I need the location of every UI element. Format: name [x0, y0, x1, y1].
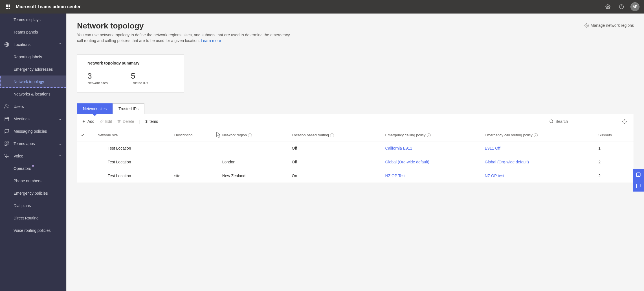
nav-label: Users	[14, 104, 62, 109]
notification-dot	[32, 165, 34, 167]
sidebar-item-teams-displays[interactable]: Teams displays	[0, 14, 66, 26]
info-panel-button[interactable]	[633, 169, 644, 180]
help-button[interactable]	[617, 2, 626, 11]
tab-network-sites[interactable]: Network sites	[77, 103, 113, 114]
cell-description: site	[171, 169, 219, 183]
apps-icon	[4, 141, 10, 146]
cell-lbr: On	[289, 169, 382, 183]
feedback-button[interactable]	[633, 180, 644, 192]
nav-label: Network topology	[14, 79, 62, 84]
sidebar-item-direct-routing[interactable]: Direct Routing	[0, 212, 66, 224]
app-title: Microsoft Teams admin center	[16, 4, 81, 9]
sidebar-item-messaging-policies[interactable]: Messaging policies	[0, 125, 66, 137]
settings-button[interactable]	[603, 2, 612, 11]
cell-emergency-call-routing-policy[interactable]: E911 Off	[482, 141, 595, 155]
nav-label: Emergency policies	[14, 191, 62, 196]
sidebar-item-teams-apps[interactable]: Teams apps⌄	[0, 137, 66, 150]
table-row[interactable]: Test LocationsiteNew ZealandOnNZ OP Test…	[77, 169, 634, 183]
tabs: Network sitesTrusted IPs	[77, 103, 634, 114]
sidebar-item-voice-routing-policies[interactable]: Voice routing policies	[0, 224, 66, 237]
summary-title: Network topology summary	[87, 61, 174, 65]
sidebar-item-operators[interactable]: Operators	[0, 162, 66, 175]
svg-point-5	[5, 105, 7, 106]
nav-label: Reporting labels	[14, 55, 62, 59]
nav-label: Teams panels	[14, 30, 62, 34]
nav-label: Dial plans	[14, 203, 62, 208]
chat-icon	[636, 183, 641, 188]
search-box[interactable]	[547, 117, 617, 126]
waffle-icon	[6, 5, 10, 9]
cell-emergency-call-routing-policy[interactable]: NZ OP test	[482, 169, 595, 183]
edit-button[interactable]: Edit	[100, 119, 112, 124]
sidebar: Teams displaysTeams panelsLocations⌃Repo…	[0, 14, 67, 291]
sidebar-item-emergency-policies[interactable]: Emergency policies	[0, 187, 66, 199]
sidebar-item-networks-locations[interactable]: Networks & locations	[0, 88, 66, 100]
tab-trusted-ips[interactable]: Trusted IPs	[113, 103, 144, 114]
cell-emergency-calling-policy[interactable]: NZ OP Test	[382, 169, 482, 183]
cell-site[interactable]: Test Location	[94, 141, 171, 155]
row-select[interactable]	[77, 155, 94, 169]
info-icon[interactable]: i	[427, 133, 431, 137]
learn-more-link[interactable]: Learn more	[201, 38, 221, 43]
select-all-column[interactable]	[77, 129, 94, 141]
sidebar-item-phone-numbers[interactable]: Phone numbers	[0, 175, 66, 187]
summary-card: Network topology summary 3Network sites5…	[77, 54, 184, 93]
cell-region: London	[219, 155, 289, 169]
sidebar-item-voice[interactable]: Voice⌃	[0, 150, 66, 162]
chevron-up-icon: ⌃	[58, 154, 62, 158]
sidebar-item-dial-plans[interactable]: Dial plans	[0, 199, 66, 212]
cell-lbr: Off	[289, 155, 382, 169]
info-icon[interactable]: i	[330, 133, 334, 137]
col-location-based-routing[interactable]: Location based routingi	[289, 129, 382, 141]
row-select[interactable]	[77, 141, 94, 155]
row-select[interactable]	[77, 169, 94, 183]
cell-site[interactable]: Test Location	[94, 155, 171, 169]
cell-emergency-calling-policy[interactable]: Global (Org-wide default)	[382, 155, 482, 169]
chevron-up-icon: ⌃	[58, 42, 62, 47]
search-input[interactable]	[555, 119, 615, 124]
col-description[interactable]: Description	[171, 129, 219, 141]
avatar[interactable]: AP	[630, 2, 639, 11]
sidebar-item-locations[interactable]: Locations⌃	[0, 38, 66, 51]
sidebar-item-teams-panels[interactable]: Teams panels	[0, 26, 66, 38]
chevron-down-icon: ⌄	[58, 141, 62, 146]
svg-rect-12	[5, 144, 6, 146]
nav-label: Teams apps	[14, 141, 58, 146]
page-title: Network topology	[77, 21, 144, 30]
nav-label: Voice	[14, 154, 58, 158]
cell-emergency-calling-policy[interactable]: California E911	[382, 141, 482, 155]
col-emergency-calling-policy[interactable]: Emergency calling policyi	[382, 129, 482, 141]
add-button[interactable]: Add	[82, 119, 94, 124]
manage-network-regions-link[interactable]: Manage network regions	[584, 21, 634, 28]
sidebar-item-emergency-addresses[interactable]: Emergency addresses	[0, 63, 66, 75]
main-content: Network topology Manage network regions …	[67, 14, 644, 291]
col-network-region[interactable]: Network regioni	[219, 129, 289, 141]
col-network-site[interactable]: Network site↓	[94, 129, 171, 141]
svg-point-15	[586, 25, 587, 26]
sidebar-item-users[interactable]: Users	[0, 100, 66, 113]
col-subnets[interactable]: Subnets	[595, 129, 634, 141]
table-row[interactable]: Test LocationLondonOffGlobal (Org-wide d…	[77, 155, 634, 169]
sidebar-item-network-topology[interactable]: Network topology	[0, 75, 66, 88]
plus-icon	[82, 119, 86, 123]
stat: 5Trusted IPs	[131, 72, 148, 85]
app-launcher-button[interactable]	[2, 1, 14, 12]
delete-button[interactable]: Delete	[117, 119, 134, 124]
phone-icon	[4, 154, 10, 159]
stat-value: 3	[87, 72, 108, 81]
table-row[interactable]: Test LocationOffCalifornia E911E911 Off1	[77, 141, 634, 155]
info-icon[interactable]: i	[534, 133, 538, 137]
sidebar-item-reporting-labels[interactable]: Reporting labels	[0, 51, 66, 63]
cell-emergency-call-routing-policy[interactable]: Global (Org-wide default)	[482, 155, 595, 169]
info-icon[interactable]: i	[248, 133, 252, 137]
cell-description	[171, 141, 219, 155]
cell-lbr: Off	[289, 141, 382, 155]
chevron-down-icon: ⌄	[58, 117, 62, 121]
users-icon	[4, 104, 10, 109]
sidebar-item-meetings[interactable]: Meetings⌄	[0, 113, 66, 125]
network-sites-table: Network site↓ Description Network region…	[77, 129, 634, 183]
col-emergency-call-routing-policy[interactable]: Emergency call routing policyi	[482, 129, 595, 141]
table-settings-button[interactable]	[620, 117, 629, 126]
cell-site[interactable]: Test Location	[94, 169, 171, 183]
help-icon	[619, 4, 624, 9]
